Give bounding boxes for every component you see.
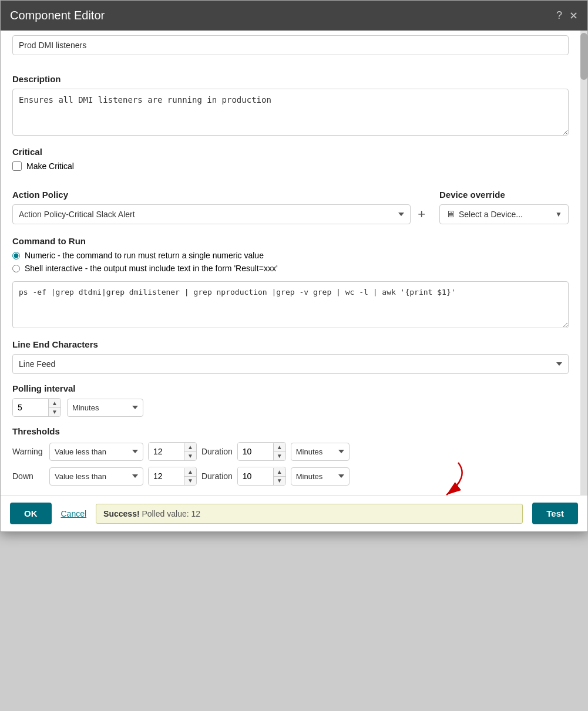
threshold-warning-duration-unit-select[interactable]: Minutes Hours Seconds <box>291 443 350 461</box>
device-override-label: Device override <box>439 190 569 200</box>
dialog-title: Component Editor <box>10 9 105 22</box>
polling-interval-row: ▲ ▼ Minutes Hours Seconds <box>12 398 569 417</box>
threshold-warning-duration-up-button[interactable]: ▲ <box>274 443 285 452</box>
polling-value-input[interactable] <box>13 399 48 416</box>
cancel-button[interactable]: Cancel <box>61 509 87 518</box>
polling-unit-select[interactable]: Minutes Hours Seconds <box>67 399 143 417</box>
radio-shell-row: Shell interactive - the output must incl… <box>12 264 569 273</box>
threshold-warning-label: Warning <box>12 447 45 456</box>
threshold-warning-duration-input[interactable] <box>238 443 273 460</box>
scrollbar-track[interactable] <box>580 31 587 495</box>
threshold-down-down-button[interactable]: ▼ <box>184 477 196 485</box>
threshold-down-value-input[interactable] <box>149 467 184 485</box>
component-editor-dialog: Component Editor ? ✕ Description Ensures… <box>0 0 588 532</box>
polling-value-input-wrapper: ▲ ▼ <box>12 398 61 417</box>
close-icon[interactable]: ✕ <box>569 9 578 22</box>
action-policy-select-wrapper: Action Policy-Critical Slack Alert + <box>12 204 428 224</box>
success-banner: Success! Polled value: 12 <box>96 504 523 524</box>
main-content-row: Description Ensures all DMI listeners ar… <box>1 31 587 495</box>
dialog-body: Description Ensures all DMI listeners ar… <box>1 31 580 495</box>
threshold-down-spinners: ▲ ▼ <box>184 468 196 485</box>
threshold-warning-down-button[interactable]: ▼ <box>184 452 196 460</box>
threshold-warning-duration-down-button[interactable]: ▼ <box>274 452 285 460</box>
chevron-down-icon: ▼ <box>555 210 562 218</box>
threshold-down-up-button[interactable]: ▲ <box>184 468 196 477</box>
threshold-down-duration-label: Duration <box>201 471 233 481</box>
success-text: Success! <box>103 509 139 518</box>
threshold-warning-condition-select[interactable]: Value less than Value greater than Value… <box>49 443 143 461</box>
action-policy-col: Action Policy Action Policy-Critical Sla… <box>12 180 428 224</box>
line-end-select[interactable]: Line Feed Carriage Return Both <box>12 354 569 374</box>
threshold-warning-duration-spinners: ▲ ▼ <box>273 443 285 460</box>
critical-label: Critical <box>12 147 569 157</box>
device-icon: 🖥 <box>446 209 455 220</box>
radio-numeric-label: Numeric - the command to run must return… <box>25 251 264 260</box>
threshold-down-duration-up-button[interactable]: ▲ <box>274 468 285 477</box>
command-label: Command to Run <box>12 236 569 246</box>
threshold-down-duration-unit-select[interactable]: Minutes Hours Seconds <box>291 467 350 486</box>
add-action-policy-button[interactable]: + <box>415 204 428 224</box>
threshold-warning-value-input[interactable] <box>149 443 184 460</box>
description-textarea[interactable]: Ensures all DMI listeners are running in… <box>12 89 569 136</box>
threshold-warning-duration-label: Duration <box>201 447 233 456</box>
thresholds-label: Thresholds <box>12 426 569 436</box>
dialog-footer: OK Cancel Success! Polled value: 12 Test <box>1 495 587 531</box>
threshold-down-duration-wrapper: ▲ ▼ <box>237 467 286 486</box>
action-policy-label: Action Policy <box>12 190 428 200</box>
threshold-warning-row: Warning Value less than Value greater th… <box>12 442 569 461</box>
threshold-down-label: Down <box>12 471 45 481</box>
radio-numeric[interactable] <box>12 252 20 260</box>
threshold-down-value-wrapper: ▲ ▼ <box>148 467 197 486</box>
command-textarea[interactable]: ps -ef |grep dtdmi|grep dmilistener | gr… <box>12 281 569 328</box>
threshold-down-duration-down-button[interactable]: ▼ <box>274 477 285 485</box>
test-button[interactable]: Test <box>532 503 578 524</box>
ok-button[interactable]: OK <box>10 503 52 524</box>
polling-spinners: ▲ ▼ <box>48 399 61 416</box>
threshold-warning-value-wrapper: ▲ ▼ <box>148 442 197 461</box>
scrollbar-thumb[interactable] <box>580 33 587 80</box>
polling-up-button[interactable]: ▲ <box>49 399 61 408</box>
action-policy-row: Action Policy Action Policy-Critical Sla… <box>12 180 569 224</box>
radio-shell-label: Shell interactive - the output must incl… <box>25 264 278 273</box>
description-label: Description <box>12 74 569 84</box>
action-policy-select[interactable]: Action Policy-Critical Slack Alert <box>12 204 411 224</box>
dialog-header-icons: ? ✕ <box>556 9 578 22</box>
device-override-col: Device override 🖥 Select a Device... ▼ <box>439 180 569 224</box>
threshold-warning-up-button[interactable]: ▲ <box>184 443 196 452</box>
thresholds-section: Thresholds Warning Value less than Value… <box>12 426 569 486</box>
success-detail: Polled value: 12 <box>140 509 201 518</box>
critical-checkbox-label: Make Critical <box>26 161 74 171</box>
critical-checkbox[interactable] <box>12 161 22 171</box>
main-content: Description Ensures all DMI listeners ar… <box>1 31 580 495</box>
device-override-dropdown[interactable]: 🖥 Select a Device... ▼ <box>439 204 569 224</box>
component-name-input[interactable] <box>12 35 569 55</box>
radio-shell[interactable] <box>12 265 20 272</box>
threshold-down-condition-select[interactable]: Value less than Value greater than Value… <box>49 467 143 486</box>
critical-checkbox-row: Make Critical <box>12 161 569 171</box>
dialog-header: Component Editor ? ✕ <box>1 1 587 31</box>
threshold-down-duration-input[interactable] <box>238 467 273 485</box>
threshold-down-row: Down Value less than Value greater than … <box>12 467 569 486</box>
device-override-placeholder: Select a Device... <box>459 210 523 219</box>
polling-down-button[interactable]: ▼ <box>49 408 61 416</box>
threshold-warning-spinners: ▲ ▼ <box>184 443 196 460</box>
line-end-label: Line End Characters <box>12 339 569 349</box>
threshold-warning-duration-wrapper: ▲ ▼ <box>237 442 286 461</box>
radio-numeric-row: Numeric - the command to run must return… <box>12 251 569 260</box>
polling-interval-label: Polling interval <box>12 383 569 393</box>
threshold-down-duration-spinners: ▲ ▼ <box>273 468 285 485</box>
footer-wrapper: OK Cancel Success! Polled value: 12 Test <box>1 495 587 531</box>
help-icon[interactable]: ? <box>556 9 562 22</box>
